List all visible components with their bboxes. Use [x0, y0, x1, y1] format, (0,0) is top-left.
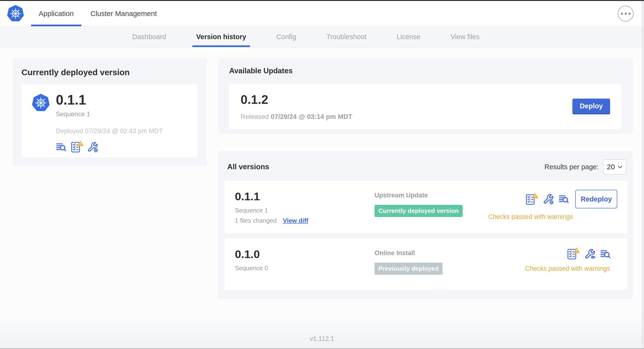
subnav-item-config[interactable]: Config	[272, 27, 300, 47]
tab-application[interactable]: Application	[31, 1, 82, 26]
row-actions: Redeploy Checks passed with warnings	[488, 190, 617, 224]
status-badge: Currently deployed version	[374, 205, 462, 217]
diff-logs-icon[interactable]	[600, 248, 611, 260]
released-date: 07/29/24 @ 03:14 pm MDT	[271, 113, 352, 120]
available-updates-panel: Available Updates 0.1.2 Released 07/29/2…	[218, 58, 633, 134]
row-source: Online Install	[374, 250, 525, 257]
results-per-page-select[interactable]: 20	[603, 159, 626, 174]
app-version-text: v1.112.1	[0, 335, 644, 342]
ellipsis-icon	[625, 13, 627, 15]
chevron-down-icon	[618, 166, 622, 168]
current-version-sequence: Sequence 1	[56, 110, 163, 118]
row-sequence: Sequence 1	[235, 207, 374, 214]
config-edit-icon[interactable]	[87, 142, 98, 152]
footer-band	[0, 316, 644, 349]
subnav-item-version-history[interactable]: Version history	[192, 27, 250, 47]
current-version-card: 0.1.1 Sequence 1 Deployed 07/29/24 @ 02:…	[22, 84, 198, 157]
results-per-page-label: Results per page:	[544, 163, 599, 171]
overflow-menu-button[interactable]	[618, 6, 634, 22]
ellipsis-icon	[628, 13, 631, 15]
row-sequence: Sequence 0	[235, 264, 374, 272]
row-version-number: 0.1.0	[235, 248, 374, 261]
preflight-checks-warning-icon[interactable]	[525, 193, 538, 206]
available-update-card: 0.1.2 Released 07/29/24 @ 03:14 pm MDT D…	[229, 84, 622, 129]
preflight-checks-warning-icon[interactable]	[567, 248, 580, 260]
config-view-icon[interactable]	[584, 248, 595, 260]
primary-tabs: Application Cluster Management	[31, 1, 166, 26]
view-diff-link[interactable]: View diff	[283, 217, 308, 224]
diff-logs-icon[interactable]	[558, 194, 570, 204]
subnav-item-troubleshoot[interactable]: Troubleshoot	[322, 27, 370, 47]
redeploy-button[interactable]: Redeploy	[575, 190, 617, 208]
app-subnav: Dashboard Version history Config Trouble…	[0, 27, 644, 47]
results-per-page: Results per page: 20	[544, 159, 626, 174]
current-version-deployed-date: Deployed 07/29/24 @ 02:43 pm MDT	[56, 128, 163, 135]
subnav-item-dashboard[interactable]: Dashboard	[128, 27, 170, 47]
current-version-title: Currently deployed version	[22, 68, 198, 77]
tab-application-label: Application	[39, 10, 74, 18]
tab-cluster-management-label: Cluster Management	[90, 10, 157, 18]
config-edit-icon[interactable]	[543, 194, 554, 204]
preflight-status-text: Checks passed with warnings	[488, 213, 573, 220]
tab-cluster-management[interactable]: Cluster Management	[83, 1, 164, 26]
subnav-item-view-files[interactable]: View files	[446, 27, 483, 47]
row-source: Upstream Update	[374, 192, 488, 199]
app-header: Application Cluster Management	[0, 1, 644, 26]
available-updates-title: Available Updates	[229, 66, 622, 75]
scrollbar[interactable]	[642, 1, 644, 349]
update-version-number: 0.1.2	[240, 92, 352, 107]
row-actions: Checks passed with warnings	[525, 248, 617, 281]
update-released-line: Released 07/29/24 @ 03:14 pm MDT	[240, 113, 352, 120]
window-top-border	[0, 0, 644, 1]
all-versions-title: All versions	[227, 162, 269, 171]
all-versions-panel: All versions Results per page: 20 0.1.1 …	[218, 151, 633, 299]
row-action-icons	[567, 248, 611, 260]
current-version-actions	[56, 140, 163, 153]
version-row: 0.1.0 Sequence 0 Online Install Previous…	[224, 238, 628, 290]
version-row: 0.1.1 Sequence 1 1 files changed View di…	[224, 181, 628, 233]
current-version-number: 0.1.1	[56, 93, 163, 107]
status-badge: Previously deployed	[374, 262, 442, 275]
preflight-status-text: Checks passed with warnings	[525, 265, 610, 272]
diff-logs-icon[interactable]	[56, 142, 67, 152]
deploy-button[interactable]: Deploy	[572, 98, 610, 114]
ellipsis-icon	[621, 13, 623, 15]
row-action-icons	[525, 193, 570, 206]
row-version-number: 0.1.1	[235, 190, 374, 203]
current-version-panel: Currently deployed version 0.1.1 Sequenc…	[12, 58, 207, 166]
results-per-page-value: 20	[607, 163, 615, 171]
released-label: Released	[240, 113, 269, 120]
preflight-checks-warning-icon[interactable]	[71, 140, 83, 153]
row-files-changed: 1 files changed	[235, 217, 277, 224]
all-versions-header: All versions Results per page: 20	[224, 158, 628, 174]
kubernetes-logo	[7, 5, 24, 22]
kubernetes-app-icon	[32, 94, 50, 112]
subnav-item-license[interactable]: License	[393, 27, 424, 47]
